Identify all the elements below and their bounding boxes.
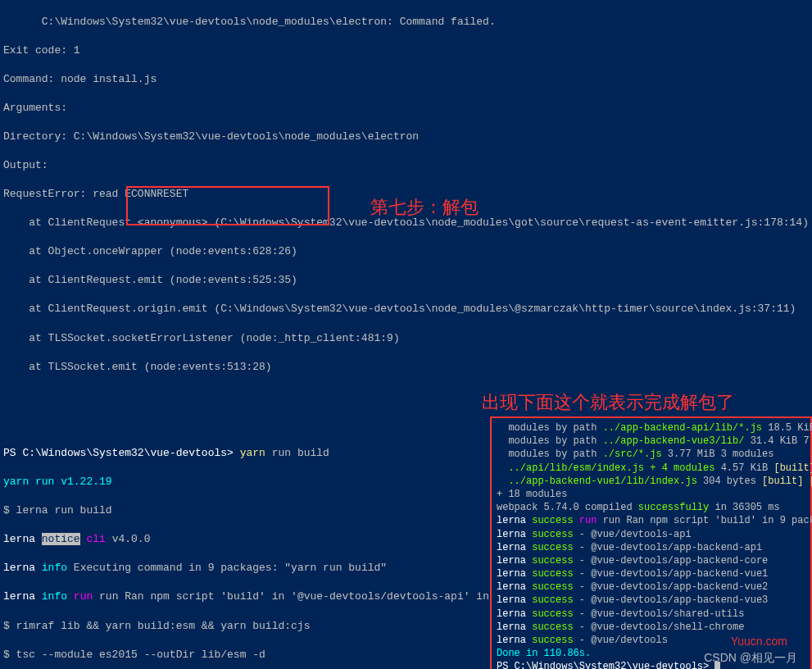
output-line: at ClientRequest.emit (node:events:525:3… xyxy=(3,273,809,288)
output-line: at TLSSocket.emit (node:events:513:28) xyxy=(3,360,809,375)
terminal-inset[interactable]: modules by path ../app-backend-api/lib/*… xyxy=(490,416,812,669)
module-line: + 18 modules xyxy=(497,488,809,501)
output-line: Exit code: 1 xyxy=(3,43,809,58)
output-line: Arguments: xyxy=(3,101,809,116)
output-line: Command: node install.js xyxy=(3,72,809,87)
lerna-success: lerna success - @vue-devtools/app-backen… xyxy=(497,580,809,594)
output-line: at TLSSocket.socketErrorListener (node:_… xyxy=(3,331,809,346)
module-line: modules by path ../app-backend-api/lib/*… xyxy=(497,421,809,435)
cmd-yarn: yarn xyxy=(240,447,265,459)
module-line: modules by path ./src/*.js 3.77 MiB 3 mo… xyxy=(497,448,809,461)
highlight-box-1 xyxy=(126,186,329,225)
lerna-success: lerna success run run Ran npm script 'bu… xyxy=(497,514,809,527)
lerna-success: lerna success - @vue-devtools/app-backen… xyxy=(497,554,809,567)
module-line: ../app-backend-vue1/lib/index.js 304 byt… xyxy=(497,475,809,488)
annotation-step7: 第七步：解包 xyxy=(370,195,479,220)
output-line: at ClientRequest.origin.emit (C:\Windows… xyxy=(3,302,809,316)
output-line: Output: xyxy=(3,158,809,173)
lerna-success: lerna success - @vue-devtools/shell-chro… xyxy=(497,621,809,634)
output-line: C:\Windows\System32\vue-devtools\node_mo… xyxy=(3,15,809,30)
lerna-success: lerna success - @vue-devtools/app-backen… xyxy=(497,594,809,607)
lerna-success: lerna success - @vue-devtools/app-backen… xyxy=(497,541,809,554)
csdn-watermark: CSDN @相见一月 xyxy=(704,650,797,666)
module-line: modules by path ../app-backend-vue3/lib/… xyxy=(497,435,809,448)
lerna-success: lerna success - @vue/devtools-api xyxy=(497,528,809,541)
prompt-path: PS C:\Windows\System32\vue-devtools> xyxy=(3,447,240,459)
cmd-rest: run build xyxy=(265,447,329,459)
lerna-success: lerna success - @vue-devtools/app-backen… xyxy=(497,567,809,580)
lerna-success: lerna success - @vue-devtools/shared-uti… xyxy=(497,608,809,621)
module-line: ../api/lib/esm/index.js + 4 modules 4.57… xyxy=(497,462,809,475)
annotation-done: 出现下面这个就表示完成解包了 xyxy=(482,390,734,415)
output-line: at Object.onceWrapper (node:events:628:2… xyxy=(3,244,809,259)
webpack-line: webpack 5.74.0 compiled successfully in … xyxy=(497,501,809,514)
output-line: Directory: C:\Windows\System32\vue-devto… xyxy=(3,130,809,144)
yuucn-watermark: Yuucn.com xyxy=(731,634,787,649)
